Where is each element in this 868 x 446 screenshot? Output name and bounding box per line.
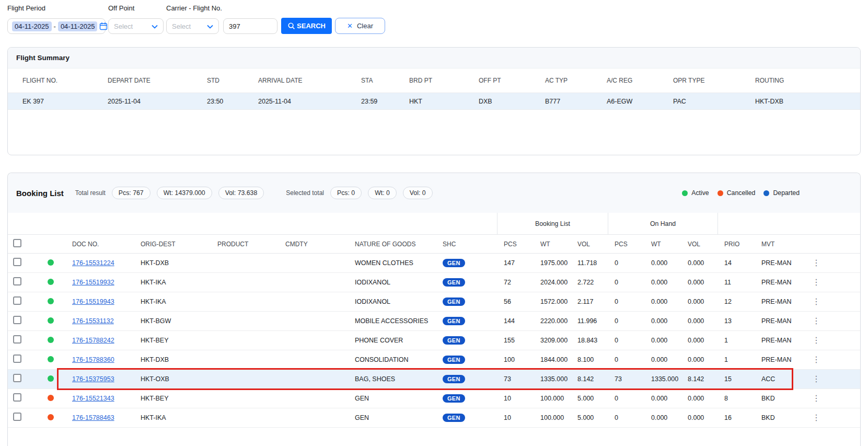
mvt-cell: PRE-MAN: [755, 317, 804, 325]
chevron-down-icon: [152, 21, 158, 31]
mvt-cell: PRE-MAN: [755, 298, 804, 305]
status-legend: Active Cancelled Departed: [682, 189, 800, 197]
row-status-cell: [38, 374, 65, 384]
doc-link[interactable]: 176-15519932: [72, 279, 114, 286]
row-checkbox[interactable]: [13, 316, 21, 324]
col-oh-vol: VOL: [681, 241, 717, 248]
doc-link[interactable]: 176-15788242: [72, 337, 114, 344]
date-to-value[interactable]: 04-11-2025: [58, 21, 98, 31]
total-wt-chip: Wt: 14379.000: [157, 187, 212, 199]
calendar-icon[interactable]: [99, 22, 108, 30]
doc-link[interactable]: 176-15531224: [72, 259, 114, 267]
legend-departed-label: Departed: [773, 189, 800, 197]
col-oh-pcs: PCS: [608, 241, 644, 248]
doc-no-cell: 176-15788360: [65, 356, 134, 363]
shc-cell: GEN: [429, 259, 497, 267]
status-dot: [48, 395, 54, 401]
row-checkbox[interactable]: [13, 413, 21, 421]
row-checkbox[interactable]: [13, 296, 21, 305]
oh-pcs-cell: 0: [608, 279, 644, 286]
status-dot: [48, 279, 54, 285]
doc-no-cell: 176-15521343: [65, 395, 134, 402]
flight-summary-row[interactable]: EK 397 2025-11-04 23:50 2025-11-04 23:59…: [8, 93, 860, 110]
date-from-value[interactable]: 04-11-2025: [12, 21, 52, 31]
search-icon: [287, 22, 295, 30]
booking-row: 176-15519943 HKT-IKA IODIXANOL GEN 56 15…: [8, 292, 860, 312]
fs-col-ac-typ: AC TYP: [545, 77, 607, 84]
oh-pcs-cell: 0: [608, 356, 644, 363]
doc-link[interactable]: 176-15519943: [72, 298, 114, 305]
col-product: PRODUCT: [211, 241, 279, 248]
row-checkbox-cell: [8, 316, 38, 326]
mvt-cell: PRE-MAN: [755, 356, 804, 363]
row-menu-button[interactable]: ⋮: [809, 393, 824, 404]
filter-bar: Flight Period Off Point Carrier - Flight…: [0, 0, 868, 42]
doc-link[interactable]: 176-15788360: [72, 356, 114, 363]
shc-badge: GEN: [443, 298, 465, 306]
row-checkbox[interactable]: [13, 393, 21, 402]
flight-period-input[interactable]: 04-11-2025 - 04-11-2025: [7, 18, 106, 34]
col-mvt: MVT: [755, 241, 804, 248]
bl-wt-cell: 1335.000: [534, 375, 571, 383]
prio-cell: 15: [717, 375, 755, 383]
booking-row: 176-15521343 HKT-BEY GEN GEN 10 100.000 …: [8, 389, 860, 408]
row-checkbox[interactable]: [13, 277, 21, 285]
orig-dest-cell: HKT-BEY: [134, 337, 211, 344]
bl-pcs-cell: 73: [497, 375, 534, 383]
shc-badge: GEN: [443, 375, 465, 383]
shc-cell: GEN: [429, 317, 497, 325]
oh-vol-cell: 0.000: [681, 298, 717, 305]
status-dot: [48, 414, 54, 420]
oh-vol-cell: 0.000: [681, 356, 717, 363]
prio-cell: 13: [717, 317, 755, 325]
nature-of-goods-cell: WOMEN CLOTHES: [348, 259, 429, 267]
row-menu-button[interactable]: ⋮: [809, 354, 824, 365]
row-menu-button[interactable]: ⋮: [809, 257, 824, 268]
row-status-cell: [38, 297, 65, 306]
shc-badge: GEN: [443, 356, 465, 364]
select-all-checkbox[interactable]: [13, 239, 21, 247]
row-checkbox[interactable]: [13, 374, 21, 382]
row-menu-button[interactable]: ⋮: [809, 277, 824, 288]
oh-pcs-cell: 0: [608, 395, 644, 402]
row-menu-button[interactable]: ⋮: [809, 335, 824, 346]
group-header-right-spacer: [717, 213, 860, 234]
clear-button-label: Clear: [357, 22, 373, 30]
doc-link[interactable]: 176-15375953: [72, 375, 114, 383]
oh-wt-cell: 0.000: [644, 298, 681, 305]
oh-pcs-cell: 0: [608, 337, 644, 344]
row-menu-button[interactable]: ⋮: [809, 412, 824, 423]
row-menu-button[interactable]: ⋮: [809, 296, 824, 307]
bl-pcs-cell: 72: [497, 279, 534, 286]
off-point-select[interactable]: Select: [108, 18, 164, 34]
row-checkbox[interactable]: [13, 335, 21, 344]
fs-arrival-date: 2025-11-04: [258, 98, 361, 105]
row-checkbox[interactable]: [13, 258, 21, 266]
bl-wt-cell: 100.000: [534, 395, 571, 402]
mvt-cell: BKD: [755, 395, 804, 402]
row-actions-cell: ⋮: [804, 355, 860, 364]
col-oh-wt: WT: [644, 241, 681, 248]
booking-list-header: Booking List Total result Pcs: 767 Wt: 1…: [8, 173, 860, 213]
prio-cell: 16: [717, 414, 755, 421]
carrier-select[interactable]: Select: [166, 18, 219, 34]
doc-link[interactable]: 176-15788463: [72, 414, 114, 421]
row-menu-button[interactable]: ⋮: [809, 315, 824, 326]
row-checkbox-cell: [8, 374, 38, 384]
total-pcs-chip: Pcs: 767: [112, 187, 151, 199]
mvt-cell: PRE-MAN: [755, 337, 804, 344]
doc-link[interactable]: 176-15521343: [72, 395, 114, 402]
status-dot: [48, 356, 54, 362]
row-checkbox[interactable]: [13, 354, 21, 363]
shc-cell: GEN: [429, 336, 497, 345]
search-button[interactable]: SEARCH: [281, 18, 332, 34]
booking-row: 176-15788242 HKT-BEY PHONE COVER GEN 155…: [8, 331, 860, 350]
active-dot-icon: [682, 190, 688, 196]
row-actions-cell: ⋮: [804, 336, 860, 345]
selected-total-label: Selected total: [286, 189, 324, 197]
doc-link[interactable]: 176-15531132: [72, 317, 114, 325]
clear-button[interactable]: ✕ Clear: [335, 18, 385, 34]
row-menu-button[interactable]: ⋮: [809, 373, 824, 384]
flight-no-input[interactable]: [223, 18, 277, 34]
close-icon: ✕: [347, 22, 353, 30]
